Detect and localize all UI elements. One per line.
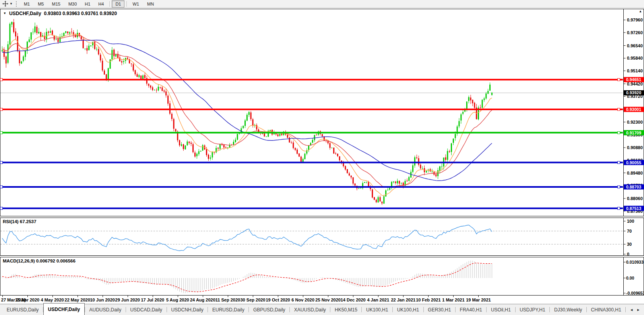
tab-usdcad-daily[interactable]: USDCAD,Daily bbox=[126, 304, 167, 315]
date-label: 29 Jun 2020 bbox=[115, 298, 140, 302]
date-axis[interactable]: 27 Mar 202015 Apr 20204 May 202022 May 2… bbox=[0, 296, 644, 303]
date-label: 22 Jan 2021 bbox=[391, 298, 415, 302]
tab-next-icon[interactable]: ► bbox=[636, 308, 640, 312]
date-tick bbox=[353, 296, 353, 297]
date-tick bbox=[27, 296, 28, 297]
chart-tab-bar: EURUSD,DailyUSDCHF,DailyAUDUSD,DailyUSDC… bbox=[0, 304, 644, 315]
date-label: 10 Feb 2021 bbox=[416, 298, 440, 302]
tab-usdchf-daily[interactable]: USDCHF,Daily bbox=[43, 303, 85, 315]
tab-xauusd-daily[interactable]: XAUUSD,Daily bbox=[290, 304, 330, 315]
price-tick: 0.97960 bbox=[627, 18, 643, 22]
date-tick bbox=[52, 296, 53, 297]
tab-uk100-h1[interactable]: UK100,H1 bbox=[393, 304, 423, 315]
date-label: 24 Aug 2020 bbox=[190, 298, 215, 302]
price-badge-0.87513: 0.87513 bbox=[624, 206, 644, 211]
rsi-label: RSI(14) 67.2537 bbox=[3, 219, 36, 224]
caret-down-icon[interactable]: ▼ bbox=[10, 2, 13, 6]
crosshair-move-icon[interactable] bbox=[2, 1, 8, 7]
price-badge-0.90055: 0.90055 bbox=[624, 160, 644, 165]
rsi-panel[interactable]: RSI(14) 67.2537 10070300 bbox=[0, 218, 644, 256]
macd-tick: -0.009653 bbox=[626, 291, 644, 296]
date-tick bbox=[178, 296, 178, 297]
price-tick: 0.96540 bbox=[627, 43, 643, 48]
timeframe-m5[interactable]: M5 bbox=[34, 0, 47, 8]
chart-title: ▼ USDCHF,Daily 0.93803 0.93963 0.93761 0… bbox=[3, 11, 117, 16]
tab-china300-h1[interactable]: CHINA300,H1 bbox=[587, 304, 625, 315]
timeframe-mn[interactable]: MN bbox=[144, 0, 157, 8]
price-tick: 0.97260 bbox=[627, 30, 643, 35]
main-chart-panel[interactable]: ▼ USDCHF,Daily 0.93803 0.93963 0.93761 0… bbox=[0, 9, 644, 216]
date-tick bbox=[428, 296, 429, 297]
svg-text:0.90055: 0.90055 bbox=[626, 160, 641, 165]
date-label: 4 Jan 2021 bbox=[367, 298, 389, 302]
tab-dj30-weekly[interactable]: DJ30,Weekly bbox=[550, 304, 586, 315]
tab-eurusd-daily[interactable]: EURUSD,Daily bbox=[2, 304, 43, 315]
collapse-triangle-icon[interactable]: ▼ bbox=[3, 12, 6, 16]
date-tick bbox=[328, 296, 328, 297]
macd-label: MACD(12,26,9) 0.006792 0.006566 bbox=[3, 259, 76, 263]
mt4-terminal: ▼ M1M5M15M30H1H4D1W1MN ▼ USDCHF,Daily 0.… bbox=[0, 0, 644, 315]
date-tick bbox=[103, 296, 103, 297]
tab-fra40-h1[interactable]: FRA40,H1 bbox=[456, 304, 486, 315]
date-label: 10 Jun 2020 bbox=[90, 298, 115, 302]
timeframe-d1[interactable]: D1 bbox=[112, 0, 124, 8]
date-tick bbox=[203, 296, 203, 297]
date-label: 5 Aug 2020 bbox=[166, 298, 189, 302]
timeframe-m1[interactable]: M1 bbox=[20, 0, 33, 8]
macd-tick: 0.00 bbox=[626, 276, 634, 280]
date-tick bbox=[278, 296, 278, 297]
ohlc-values: 0.93803 0.93963 0.93761 0.93920 bbox=[44, 11, 117, 16]
tab-usdcnh-daily[interactable]: USDCNH,Daily bbox=[167, 304, 208, 315]
tab-usdjpy-h1[interactable]: USDJPY,H1 bbox=[516, 304, 550, 315]
tab-audusd-daily[interactable]: AUDUSD,Daily bbox=[85, 304, 126, 315]
price-tick: 0.92300 bbox=[627, 120, 643, 124]
date-label: 22 May 2020 bbox=[65, 298, 90, 302]
price-tick: 0.88060 bbox=[627, 196, 643, 201]
date-label: 15 Apr 2020 bbox=[15, 298, 39, 302]
timeframe-m30[interactable]: M30 bbox=[65, 0, 80, 8]
tab-nav: ◄► bbox=[626, 304, 644, 315]
price-badge-0.91709: 0.91709 bbox=[624, 130, 644, 135]
svg-text:0.94651: 0.94651 bbox=[626, 77, 641, 82]
date-tick bbox=[228, 296, 228, 297]
macd-canvas[interactable]: 0.0109330.00-0.009653 bbox=[0, 257, 644, 296]
tab-hk50-m15[interactable]: HK50,M15 bbox=[330, 304, 361, 315]
toolbar-separator bbox=[109, 1, 110, 7]
timeframe-h1[interactable]: H1 bbox=[81, 0, 94, 8]
rsi-tick: 30 bbox=[627, 242, 632, 247]
tab-eurusd-daily[interactable]: EURUSD,Daily bbox=[208, 304, 248, 315]
date-tick bbox=[128, 296, 128, 297]
symbol-period-label: USDCHF,Daily bbox=[9, 11, 41, 16]
date-tick bbox=[153, 296, 153, 297]
tab-prev-icon[interactable]: ◄ bbox=[630, 308, 633, 312]
tab-ger30-h1[interactable]: GER30,H1 bbox=[424, 304, 455, 315]
date-tick bbox=[2, 296, 3, 297]
timeframe-m15[interactable]: M15 bbox=[48, 0, 64, 8]
date-tick bbox=[453, 296, 454, 297]
date-label: 30 Sep 2020 bbox=[241, 298, 266, 302]
date-label: 19 Oct 2020 bbox=[266, 298, 290, 302]
main-chart-canvas[interactable]: 0.979600.972600.965400.958400.951400.944… bbox=[0, 9, 644, 216]
rsi-canvas[interactable]: 10070300 bbox=[0, 218, 644, 256]
tab-gbpusd-daily[interactable]: GBPUSD,Daily bbox=[249, 304, 289, 315]
date-tick bbox=[478, 296, 479, 297]
date-label: 25 Nov 2020 bbox=[315, 298, 341, 302]
toolbar-grip[interactable] bbox=[16, 1, 17, 7]
price-badge-0.93001: 0.93001 bbox=[624, 107, 644, 112]
tab-usoil-h1[interactable]: USOil,H1 bbox=[487, 304, 515, 315]
date-label: 11 Sep 2020 bbox=[215, 298, 240, 302]
price-badge-0.94651: 0.94651 bbox=[624, 77, 644, 82]
date-tick bbox=[78, 296, 78, 297]
date-label: 6 Nov 2020 bbox=[291, 298, 314, 302]
timeframe-toolbar: ▼ M1M5M15M30H1H4D1W1MN bbox=[0, 0, 644, 8]
tab-uk100-h1[interactable]: UK100,H1 bbox=[362, 304, 392, 315]
macd-panel[interactable]: MACD(12,26,9) 0.006792 0.006566 0.010933… bbox=[0, 257, 644, 296]
rsi-tick: 0 bbox=[627, 252, 629, 256]
scroll-up-icon[interactable]: ▲ bbox=[639, 10, 642, 13]
svg-text:0.93920: 0.93920 bbox=[626, 90, 641, 95]
timeframe-h4[interactable]: H4 bbox=[95, 0, 107, 8]
svg-text:0.87513: 0.87513 bbox=[626, 206, 641, 211]
timeframe-w1[interactable]: W1 bbox=[129, 0, 143, 8]
toolbar-separator bbox=[126, 1, 127, 7]
svg-text:0.88703: 0.88703 bbox=[626, 185, 641, 189]
